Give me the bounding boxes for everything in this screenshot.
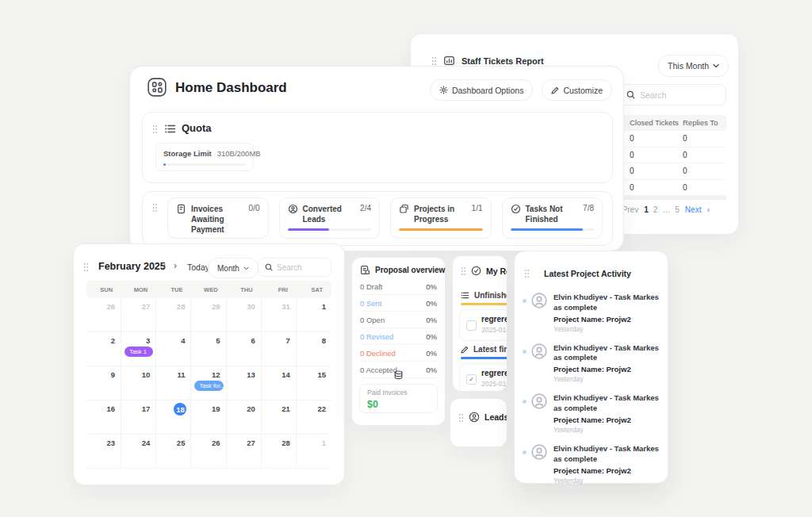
calendar-date: 5 — [216, 332, 225, 345]
pagination-prev[interactable]: Prev — [622, 205, 639, 214]
calendar-day-cell[interactable]: 9 — [86, 366, 121, 400]
calendar-date: 9 — [111, 366, 121, 379]
tickets-search-box[interactable] — [619, 84, 726, 105]
tickets-search-input[interactable] — [640, 90, 718, 100]
calendar-day-cell[interactable]: 26 — [191, 435, 226, 469]
calendar-day-cell[interactable]: 13 — [227, 366, 262, 400]
calendar-day-cell[interactable]: 1 — [297, 298, 331, 332]
calendar-search-input[interactable] — [277, 263, 324, 272]
calendar-day-cell[interactable]: 30 — [227, 298, 262, 332]
calendar-date: 12 — [212, 366, 226, 379]
pagination-next[interactable]: Next — [685, 205, 702, 214]
calendar-day-cell[interactable]: 3Task 1 — [121, 332, 156, 366]
calendar-day-cell[interactable]: 26 — [86, 298, 121, 332]
calendar-day-cell[interactable]: 12Task for... — [191, 366, 226, 400]
calendar-day-cell[interactable]: 8 — [297, 332, 331, 366]
customize-label: Customize — [563, 86, 603, 95]
calendar-day-cell[interactable]: 20 — [227, 400, 262, 435]
calendar-view-selector[interactable]: Month — [208, 258, 259, 278]
calendar-day-cell[interactable]: 5 — [191, 332, 226, 366]
today-button[interactable]: Today — [187, 262, 209, 272]
column-header-replies-to[interactable]: Replies To — [683, 118, 718, 127]
pagination-page[interactable]: 1 — [644, 205, 649, 214]
tab-unfinished[interactable]: Unfinished — [461, 291, 508, 300]
dashboard-options-button[interactable]: Dashboard Options — [430, 79, 533, 101]
calendar-day-cell[interactable]: 24 — [121, 435, 156, 469]
task-checkbox[interactable] — [466, 320, 477, 331]
drag-handle-icon[interactable] — [152, 203, 158, 212]
pagination-page[interactable]: … — [662, 205, 670, 214]
stats-cards: Invoices Awaiting Payment0/0Converted Le… — [167, 197, 603, 239]
activity-item[interactable]: Elvin Khudiyev - Task Markes as complete… — [523, 343, 660, 384]
leads-panel: Leads — [450, 398, 508, 447]
calendar-day-cell[interactable]: 27 — [121, 298, 156, 332]
page-title: Home Dashboard — [175, 80, 287, 96]
calendar-next-button[interactable]: › — [174, 260, 177, 271]
calendar-event[interactable]: Task 1 — [124, 347, 153, 357]
calendar-event[interactable]: Task for... — [194, 381, 223, 391]
calendar-day-cell[interactable]: 29 — [191, 298, 226, 332]
drag-handle-icon[interactable] — [152, 124, 158, 133]
calendar-day-cell[interactable]: 7 — [262, 332, 297, 366]
calendar-day-cell[interactable]: 15 — [297, 366, 331, 400]
calendar-date: 1 — [322, 298, 331, 311]
stat-card[interactable]: Tasks Not Finished7/8 — [502, 197, 603, 239]
stat-card[interactable]: Converted Leads2/4 — [279, 197, 381, 239]
calendar-day-cell[interactable]: 17 — [121, 400, 156, 435]
calendar-day-cell[interactable]: 6 — [227, 332, 262, 366]
period-selector[interactable]: This Month — [658, 55, 729, 77]
activity-time: Yesterday — [553, 375, 660, 383]
task-checkbox-checked[interactable]: ✓ — [466, 374, 477, 385]
calendar-prev-button[interactable]: ‹ — [163, 260, 166, 271]
day-header: SAT — [297, 286, 331, 293]
invoice-icon — [176, 204, 186, 214]
pagination-next-arrow[interactable]: › — [707, 205, 709, 214]
calendar-day-cell[interactable]: 14 — [262, 366, 297, 400]
finished-task-item[interactable]: ✓ regrere 2025-01-26 — [459, 363, 508, 392]
drag-handle-icon[interactable] — [461, 266, 466, 275]
cell-closed-tickets: 0 — [630, 151, 634, 159]
proposal-row-label: 0 Sent — [360, 299, 381, 308]
calendar-day-cell[interactable]: 18 — [156, 400, 191, 435]
calendar-search-box[interactable] — [258, 258, 331, 277]
proposal-title: Proposal overview — [375, 266, 445, 274]
tab-latest-finished[interactable]: Latest finish — [461, 345, 508, 354]
customize-button[interactable]: Customize — [542, 79, 612, 101]
column-header-closed-tickets[interactable]: Closed Tickets — [630, 118, 679, 127]
drag-handle-icon[interactable] — [431, 56, 437, 65]
cell-replies-to: 0 — [683, 183, 688, 192]
activity-item[interactable]: Elvin Khudiyev - Task Markes as complete… — [523, 293, 660, 333]
drag-handle-icon[interactable] — [524, 269, 530, 278]
calendar-day-cell[interactable]: 31 — [262, 298, 297, 332]
calendar-day-headers: SUNMONTUEWEDTHUFRISAT — [86, 281, 331, 298]
stat-card[interactable]: Projects in Progress1/1 — [390, 197, 492, 239]
calendar-date: 14 — [282, 366, 296, 379]
calendar-day-cell[interactable]: 1 — [297, 435, 331, 469]
calendar-day-cell[interactable]: 2 — [86, 332, 121, 366]
calendar-day-cell[interactable]: 19 — [191, 400, 226, 435]
pagination-page[interactable]: 2 — [653, 205, 658, 214]
coins-icon[interactable] — [393, 370, 404, 381]
calendar-day-cell[interactable]: 27 — [227, 435, 262, 469]
calendar-date: 7 — [286, 332, 296, 345]
calendar-day-cell[interactable]: 23 — [86, 435, 121, 469]
proposal-row: 0 Revised0% — [360, 328, 437, 345]
task-title: regrere — [481, 315, 508, 324]
calendar-day-cell[interactable]: 21 — [262, 400, 297, 435]
stat-card[interactable]: Invoices Awaiting Payment0/0 — [167, 197, 269, 239]
calendar-day-cell[interactable]: 22 — [297, 400, 331, 435]
drag-handle-icon[interactable] — [83, 262, 89, 271]
calendar-day-cell[interactable]: 16 — [86, 400, 121, 435]
calendar-day-cell[interactable]: 25 — [156, 435, 191, 469]
unfinished-task-item[interactable]: regrere 2025-01-26 — [459, 309, 508, 341]
pagination-page[interactable]: 5 — [675, 205, 680, 214]
day-header: WED — [191, 286, 226, 293]
calendar-day-cell[interactable]: 28 — [262, 435, 297, 469]
drag-handle-icon[interactable] — [458, 413, 464, 422]
calendar-day-cell[interactable]: 4 — [156, 332, 191, 366]
calendar-day-cell[interactable]: 10 — [121, 366, 156, 400]
activity-item[interactable]: Elvin Khudiyev - Task Markes as complete… — [523, 393, 660, 434]
calendar-day-cell[interactable]: 28 — [156, 298, 191, 332]
calendar-day-cell[interactable]: 11 — [156, 366, 191, 400]
activity-item[interactable]: Elvin Khudiyev - Task Markes as complete… — [523, 444, 660, 484]
